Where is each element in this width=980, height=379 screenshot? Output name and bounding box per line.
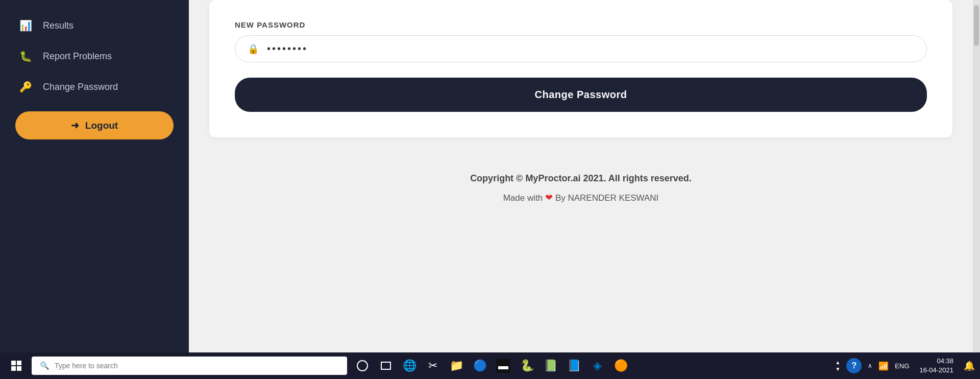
- sidebar-item-results-label: Results: [43, 20, 74, 31]
- taskbar-note-icon[interactable]: 📘: [562, 354, 585, 377]
- scroll-arrows[interactable]: ▲ ▼: [835, 360, 840, 372]
- clock-time: 04:38: [937, 357, 953, 366]
- change-password-button[interactable]: Change Password: [235, 78, 927, 112]
- results-icon: 📊: [18, 19, 33, 32]
- taskbar-right-area: ▲ ▼ ? ∧ 📶 ENG 04:38 16-04-2021 🔔: [835, 357, 975, 375]
- folder-icon-glyph: 📁: [450, 359, 463, 372]
- taskbar-folder-icon[interactable]: 📁: [445, 354, 468, 377]
- taskbar-cortana-icon[interactable]: [351, 354, 374, 377]
- search-icon: 🔍: [40, 361, 50, 370]
- start-button[interactable]: [5, 354, 28, 377]
- browser-icon-glyph: 🌐: [403, 359, 416, 372]
- terminal-icon-glyph: ▬: [496, 359, 510, 373]
- scrollbar[interactable]: [973, 0, 980, 352]
- change-password-card: NEW PASSWORD 🔒 Change Password: [209, 0, 952, 137]
- sidebar-item-report-label: Report Problems: [43, 51, 112, 62]
- new-password-label: NEW PASSWORD: [235, 20, 927, 29]
- heart-icon: ❤: [545, 193, 555, 203]
- footer: Copyright © MyProctor.ai 2021. All right…: [189, 153, 973, 219]
- logout-icon: ➜: [71, 120, 79, 131]
- vscode-icon-glyph: ◈: [593, 359, 602, 372]
- task-view-square: [381, 362, 391, 370]
- xampp-icon-glyph: 🟠: [614, 359, 628, 372]
- key-icon: 🔑: [18, 81, 33, 93]
- note-icon-glyph: 📘: [567, 359, 581, 372]
- scrollbar-thumb[interactable]: [974, 5, 979, 46]
- help-button[interactable]: ?: [846, 358, 862, 373]
- sidebar-item-change-password[interactable]: 🔑 Change Password: [0, 72, 189, 102]
- taskbar-search-input[interactable]: [55, 362, 339, 370]
- language-label[interactable]: ENG: [895, 362, 909, 370]
- taskbar-app-icons: 🌐 ✂ 📁 🔵 ▬ 🐍 📗 📘 ◈ 🟠: [351, 354, 632, 377]
- taskbar-chrome-icon[interactable]: 🔵: [469, 354, 491, 377]
- sidebar: 📊 Results 🐛 Report Problems 🔑 Change Pas…: [0, 0, 189, 352]
- taskbar-scissors-icon[interactable]: ✂: [422, 354, 444, 377]
- taskbar-vscode-icon[interactable]: ◈: [586, 354, 608, 377]
- taskbar-browser-icon[interactable]: 🌐: [398, 354, 421, 377]
- taskbar-xampp-icon[interactable]: 🟠: [609, 354, 632, 377]
- new-password-input-group: 🔒: [235, 35, 927, 62]
- copyright-text: Copyright © MyProctor.ai 2021. All right…: [199, 173, 963, 184]
- taskbar-terminal-icon[interactable]: ▬: [492, 354, 514, 377]
- taskbar-spreadsheet-icon[interactable]: 📗: [539, 354, 561, 377]
- cortana-circle: [357, 360, 368, 371]
- scroll-down-arrow: ▼: [835, 366, 840, 372]
- clock-area: 04:38 16-04-2021: [916, 357, 958, 375]
- lock-icon: 🔒: [248, 43, 259, 55]
- sidebar-item-report-problems[interactable]: 🐛 Report Problems: [0, 41, 189, 72]
- chrome-icon-glyph: 🔵: [473, 359, 487, 372]
- logout-label: Logout: [85, 120, 118, 131]
- taskbar-python-icon[interactable]: 🐍: [516, 354, 538, 377]
- scissors-icon-glyph: ✂: [428, 359, 437, 372]
- made-with-text: Made with ❤ By NARENDER KESWANI: [199, 192, 963, 203]
- taskbar-task-view-icon[interactable]: [375, 354, 397, 377]
- tray-expand-icon[interactable]: ∧: [868, 362, 872, 369]
- clock-date: 16-04-2021: [920, 366, 954, 375]
- new-password-input[interactable]: [267, 43, 914, 55]
- made-with-label: Made with: [503, 193, 543, 203]
- bug-icon: 🐛: [18, 50, 33, 62]
- windows-icon: [11, 361, 21, 371]
- main-content: NEW PASSWORD 🔒 Change Password Copyright…: [189, 0, 973, 352]
- sidebar-item-results[interactable]: 📊 Results: [0, 10, 189, 41]
- taskbar-search-bar[interactable]: 🔍: [32, 357, 347, 375]
- python-icon-glyph: 🐍: [520, 359, 534, 372]
- taskbar: 🔍 🌐 ✂ 📁 🔵 ▬ 🐍 📗 📘: [0, 352, 980, 379]
- logout-button[interactable]: ➜ Logout: [15, 111, 174, 139]
- wifi-icon[interactable]: 📶: [878, 361, 889, 371]
- notification-icon[interactable]: 🔔: [964, 360, 975, 371]
- by-author-text: By NARENDER KESWANI: [555, 193, 658, 203]
- scroll-up-arrow: ▲: [835, 360, 840, 365]
- spreadsheet-icon-glyph: 📗: [544, 359, 557, 372]
- sidebar-item-change-password-label: Change Password: [43, 82, 118, 92]
